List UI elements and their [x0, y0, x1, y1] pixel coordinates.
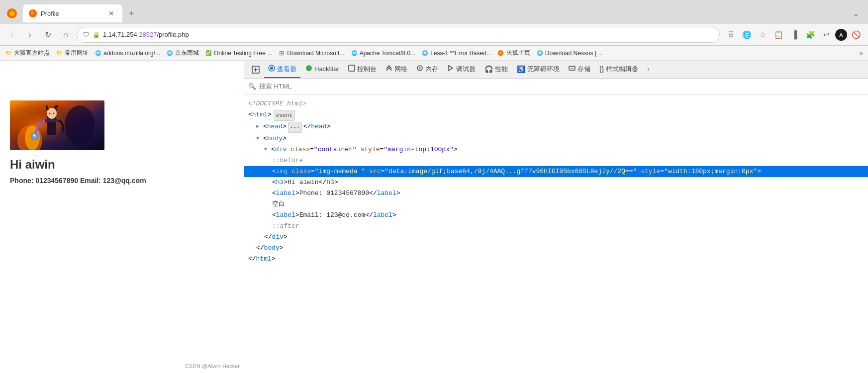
bookmark-label-6: Download Microsoft... — [287, 50, 344, 57]
new-tab-button[interactable]: + — [124, 6, 138, 20]
bookmark-nessus[interactable]: 🌐 Download Nessus | ... — [536, 50, 603, 57]
tab-favicon — [29, 9, 37, 17]
source-line-html-close: </html> — [244, 254, 868, 265]
bookmark-online-testing[interactable]: ✅ Online Testing Free ... — [205, 50, 272, 57]
style-editor-icon: {} — [599, 65, 604, 73]
forward-button[interactable]: › — [23, 28, 37, 42]
svg-point-2 — [10, 12, 13, 15]
translate-button[interactable]: 🌐 — [740, 28, 754, 42]
security-shield-icon: 🛡 — [83, 31, 90, 38]
bookmark-jd[interactable]: 🌐 京东商城 — [166, 49, 199, 57]
performance-tab-label: 性能 — [495, 65, 508, 74]
console-tab-label: 控制台 — [357, 65, 377, 74]
firefox-logo — [5, 6, 19, 20]
svg-point-24 — [270, 67, 273, 70]
sidebar-toggle[interactable]: ▐ — [787, 28, 801, 42]
bookmark-addons[interactable]: 🌐 addons.mozilla.org/... — [95, 50, 160, 57]
source-line-img-highlighted[interactable]: <img class="img-memeda " src="data:image… — [244, 166, 868, 177]
bookmark-tomcat[interactable]: 🌐 Apache Tomcat/8.0... — [351, 50, 416, 57]
address-bar[interactable]: 🛡 🔒 1.14.71.254:28927/profile.php — [77, 27, 720, 43]
folder-icon-2: 📁 — [56, 50, 63, 57]
svg-marker-28 — [449, 66, 453, 71]
email-address: 123@qq.com — [103, 177, 146, 185]
title-bar: Profile ✕ + ⌄ — [0, 0, 868, 24]
tab-list-button[interactable]: ⌄ — [849, 7, 863, 20]
source-line-div-container[interactable]: ▼ <div class="container" style="margin-t… — [244, 144, 868, 155]
profile-name: Hi aiwin — [10, 158, 244, 172]
globe-icon: 🌐 — [95, 50, 101, 57]
source-line-div-close: </div> — [244, 232, 868, 243]
source-line-label-phone[interactable]: <label> Phone: 01234567890 </label> — [244, 188, 868, 199]
back-forward-history[interactable]: ↩ — [819, 28, 833, 42]
console-icon — [348, 65, 355, 73]
devtools-tab-storage[interactable]: 存储 — [565, 61, 594, 78]
bookmark-label: 火狐官方站点 — [14, 49, 50, 57]
devtools-tab-style-editor[interactable]: {} 样式编辑器 — [595, 61, 642, 78]
tab-title: Profile — [41, 10, 102, 17]
expand-head-arrow[interactable]: ► — [256, 122, 262, 132]
bookmark-button[interactable]: ☆ — [756, 28, 770, 42]
bookmark-huhu[interactable]: 📁 火狐官方站点 — [5, 49, 50, 57]
navigation-bar: ‹ › ↻ ⌂ 🛡 🔒 1.14.71.254:28927/profile.ph… — [0, 24, 868, 46]
devtools-tab-debugger[interactable]: 调试器 — [443, 61, 480, 78]
extensions-panel[interactable]: 🧩 — [803, 28, 817, 42]
bookmark-firefox-home[interactable]: 火狐主页 — [497, 49, 530, 57]
source-line-label-email[interactable]: <label> Email: 123@qq.com </label> — [244, 210, 868, 221]
bookmark-label-5: Online Testing Free ... — [214, 50, 272, 57]
phone-number: 01234567890 — [35, 177, 78, 185]
phone-label: Phone: — [10, 177, 33, 185]
source-line-whitespace: 空白 — [244, 199, 868, 210]
reading-list-button[interactable]: 📋 — [772, 28, 785, 42]
browser-window: Profile ✕ + ⌄ ‹ › ↻ ⌂ 🛡 🔒 1.14.71.254:28… — [0, 0, 868, 373]
devtools-tab-accessibility[interactable]: ♿ 无障碍环境 — [513, 61, 564, 78]
back-button[interactable]: ‹ — [5, 28, 19, 42]
home-button[interactable]: ⌂ — [59, 28, 73, 42]
inspector-picker-button[interactable] — [248, 62, 263, 77]
inspector-tab-label: 查看器 — [277, 65, 296, 74]
bookmark-label-10: Download Nessus | ... — [545, 50, 603, 57]
debugger-tab-label: 调试器 — [456, 65, 476, 74]
menu-button[interactable]: 🚫 — [849, 28, 863, 42]
storage-icon — [569, 65, 576, 73]
address-path: /profile.php — [157, 31, 189, 38]
devtools-tab-console[interactable]: 控制台 — [344, 61, 381, 78]
bookmark-label-9: 火狐主页 — [506, 49, 530, 57]
devtools-tab-network[interactable]: 网络 — [382, 61, 411, 78]
devtools-tab-inspector[interactable]: 查看器 — [264, 61, 300, 78]
source-line-before: ::before — [244, 155, 868, 166]
source-line-html[interactable]: <html> event — [244, 109, 868, 121]
tab-bar: Profile ✕ + — [23, 4, 845, 22]
check-icon: ✅ — [205, 50, 212, 57]
inspector-circle-icon — [268, 65, 275, 73]
active-tab[interactable]: Profile ✕ — [23, 4, 122, 22]
html-source-view: <!DOCTYPE html> <html> event ► <head> ··… — [244, 94, 868, 373]
bookmark-label-2: 常用网址 — [65, 49, 89, 57]
source-line-h3[interactable]: <h3> Hi aiwin </h3> — [244, 177, 868, 188]
collapse-body-arrow[interactable]: ▼ — [256, 134, 262, 144]
devtools-tab-memory[interactable]: 内存 — [412, 61, 442, 78]
reload-button[interactable]: ↻ — [41, 28, 55, 42]
bookmark-microsoft[interactable]: ⊞ Download Microsoft... — [278, 50, 344, 57]
bookmark-common[interactable]: 📁 常用网址 — [56, 49, 89, 57]
globe-icon-4: 🌐 — [421, 50, 428, 57]
source-line-head[interactable]: ► <head> ··· </head> — [244, 121, 868, 133]
tab-close-button[interactable]: ✕ — [106, 9, 116, 17]
profile-image — [10, 100, 104, 150]
devtools-search-input[interactable] — [259, 83, 864, 90]
bookmark-label-3: addons.mozilla.org/... — [103, 50, 160, 57]
user-avatar[interactable]: A — [835, 29, 847, 41]
main-area: Hi aiwin Phone: 01234567890 Email: 123@q… — [0, 61, 868, 373]
accessibility-icon: ♿ — [517, 65, 525, 73]
devtools-tab-hackbar[interactable]: HackBar — [301, 61, 343, 78]
bookmarks-more-button[interactable]: » — [860, 50, 863, 57]
devtools-more-tabs[interactable]: › — [643, 61, 653, 78]
address-text: 1.14.71.254:28927/profile.php — [103, 31, 713, 38]
bookmark-less1[interactable]: 🌐 Less-1 **Error Based... — [421, 50, 491, 57]
devtools-tab-performance[interactable]: 🎧 性能 — [481, 61, 512, 78]
devtools-search-bar: 🔍 — [244, 79, 868, 94]
nav-actions: ⠿ 🌐 ☆ 📋 ▐ 🧩 ↩ A 🚫 — [724, 28, 863, 42]
source-line-after: ::after — [244, 221, 868, 232]
collapse-div-arrow[interactable]: ▼ — [264, 145, 270, 155]
extensions-button[interactable]: ⠿ — [724, 28, 738, 42]
source-line-body[interactable]: ▼ <body> — [244, 133, 868, 144]
